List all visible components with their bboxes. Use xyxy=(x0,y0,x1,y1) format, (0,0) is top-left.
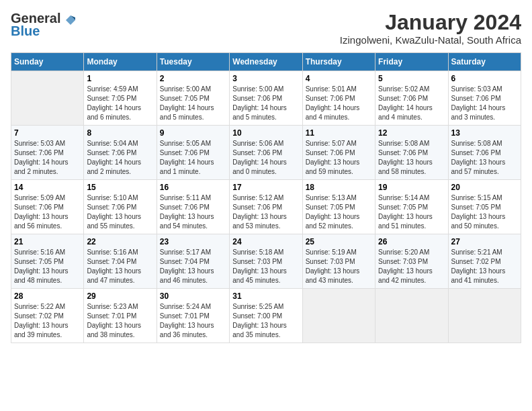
day-number: 7 xyxy=(14,128,81,138)
day-number: 31 xyxy=(232,291,299,301)
day-number: 21 xyxy=(14,237,81,246)
calendar-cell: 13Sunrise: 5:08 AMSunset: 7:06 PMDayligh… xyxy=(448,126,521,180)
logo-general: General xyxy=(11,11,60,26)
day-number: 29 xyxy=(87,291,153,301)
day-info: Sunrise: 5:04 AMSunset: 7:06 PMDaylight:… xyxy=(87,139,153,177)
day-number: 22 xyxy=(87,237,153,246)
day-header-wednesday: Wednesday xyxy=(230,53,302,71)
day-number: 3 xyxy=(232,74,299,83)
day-number: 10 xyxy=(232,128,299,138)
day-number: 27 xyxy=(451,237,518,246)
calendar-cell: 27Sunrise: 5:21 AMSunset: 7:02 PMDayligh… xyxy=(448,234,521,289)
day-number: 19 xyxy=(378,183,445,192)
month-title: January 2024 xyxy=(340,11,521,34)
svg-marker-0 xyxy=(66,15,75,25)
calendar-cell: 6Sunrise: 5:03 AMSunset: 7:06 PMDaylight… xyxy=(448,71,521,126)
calendar-cell: 9Sunrise: 5:05 AMSunset: 7:06 PMDaylight… xyxy=(157,126,229,180)
day-number: 26 xyxy=(378,237,445,246)
calendar-cell: 16Sunrise: 5:11 AMSunset: 7:06 PMDayligh… xyxy=(157,180,229,234)
calendar-cell: 20Sunrise: 5:15 AMSunset: 7:05 PMDayligh… xyxy=(448,180,521,234)
day-info: Sunrise: 5:16 AMSunset: 7:05 PMDaylight:… xyxy=(14,248,81,285)
day-number: 20 xyxy=(451,183,518,192)
calendar-cell: 29Sunrise: 5:23 AMSunset: 7:01 PMDayligh… xyxy=(84,289,157,343)
calendar-cell: 26Sunrise: 5:20 AMSunset: 7:03 PMDayligh… xyxy=(375,234,448,289)
calendar-cell xyxy=(448,289,521,343)
calendar-cell: 15Sunrise: 5:10 AMSunset: 7:06 PMDayligh… xyxy=(84,180,157,234)
day-info: Sunrise: 5:18 AMSunset: 7:03 PMDaylight:… xyxy=(232,248,299,285)
day-number: 14 xyxy=(14,183,81,192)
day-info: Sunrise: 5:08 AMSunset: 7:06 PMDaylight:… xyxy=(378,139,445,177)
logo: General Blue xyxy=(11,11,77,39)
calendar-cell xyxy=(11,71,84,126)
day-info: Sunrise: 5:05 AMSunset: 7:06 PMDaylight:… xyxy=(160,139,226,177)
day-info: Sunrise: 5:10 AMSunset: 7:06 PMDaylight:… xyxy=(87,193,153,231)
day-number: 15 xyxy=(87,183,153,192)
day-header-monday: Monday xyxy=(84,53,157,71)
calendar-cell: 2Sunrise: 5:00 AMSunset: 7:05 PMDaylight… xyxy=(157,71,229,126)
day-number: 12 xyxy=(378,128,445,138)
title-area: January 2024 Izingolweni, KwaZulu-Natal,… xyxy=(340,11,521,46)
day-info: Sunrise: 5:00 AMSunset: 7:05 PMDaylight:… xyxy=(160,85,226,122)
day-info: Sunrise: 5:13 AMSunset: 7:05 PMDaylight:… xyxy=(306,193,372,231)
day-info: Sunrise: 5:20 AMSunset: 7:03 PMDaylight:… xyxy=(378,248,445,285)
day-number: 23 xyxy=(160,237,226,246)
day-header-friday: Friday xyxy=(375,53,448,71)
calendar-cell: 21Sunrise: 5:16 AMSunset: 7:05 PMDayligh… xyxy=(11,234,84,289)
calendar-cell: 31Sunrise: 5:25 AMSunset: 7:00 PMDayligh… xyxy=(230,289,302,343)
calendar-cell: 8Sunrise: 5:04 AMSunset: 7:06 PMDaylight… xyxy=(84,126,157,180)
day-info: Sunrise: 5:03 AMSunset: 7:06 PMDaylight:… xyxy=(451,85,518,122)
day-info: Sunrise: 5:03 AMSunset: 7:06 PMDaylight:… xyxy=(14,139,81,177)
calendar-cell: 5Sunrise: 5:02 AMSunset: 7:06 PMDaylight… xyxy=(375,71,448,126)
day-header-sunday: Sunday xyxy=(11,53,84,71)
calendar-cell: 1Sunrise: 4:59 AMSunset: 7:05 PMDaylight… xyxy=(84,71,157,126)
day-number: 18 xyxy=(306,183,372,192)
calendar-cell: 18Sunrise: 5:13 AMSunset: 7:05 PMDayligh… xyxy=(302,180,375,234)
calendar-cell: 4Sunrise: 5:01 AMSunset: 7:06 PMDaylight… xyxy=(302,71,375,126)
day-info: Sunrise: 5:21 AMSunset: 7:02 PMDaylight:… xyxy=(451,248,518,285)
day-number: 6 xyxy=(451,74,518,83)
day-info: Sunrise: 5:11 AMSunset: 7:06 PMDaylight:… xyxy=(160,193,226,231)
day-header-saturday: Saturday xyxy=(448,53,521,71)
calendar-cell xyxy=(375,289,448,343)
calendar-cell: 19Sunrise: 5:14 AMSunset: 7:05 PMDayligh… xyxy=(375,180,448,234)
day-number: 13 xyxy=(451,128,518,138)
calendar-cell: 30Sunrise: 5:24 AMSunset: 7:01 PMDayligh… xyxy=(157,289,229,343)
day-info: Sunrise: 5:15 AMSunset: 7:05 PMDaylight:… xyxy=(451,193,518,231)
day-number: 4 xyxy=(306,74,372,83)
calendar-cell: 3Sunrise: 5:00 AMSunset: 7:06 PMDaylight… xyxy=(230,71,302,126)
day-info: Sunrise: 5:08 AMSunset: 7:06 PMDaylight:… xyxy=(451,139,518,177)
day-number: 2 xyxy=(160,74,226,83)
calendar-cell: 17Sunrise: 5:12 AMSunset: 7:06 PMDayligh… xyxy=(230,180,302,234)
day-info: Sunrise: 5:14 AMSunset: 7:05 PMDaylight:… xyxy=(378,193,445,231)
day-info: Sunrise: 5:23 AMSunset: 7:01 PMDaylight:… xyxy=(87,302,153,340)
day-info: Sunrise: 5:25 AMSunset: 7:00 PMDaylight:… xyxy=(232,302,299,340)
calendar-cell: 22Sunrise: 5:16 AMSunset: 7:04 PMDayligh… xyxy=(84,234,157,289)
day-number: 24 xyxy=(232,237,299,246)
calendar-cell: 7Sunrise: 5:03 AMSunset: 7:06 PMDaylight… xyxy=(11,126,84,180)
day-info: Sunrise: 5:22 AMSunset: 7:02 PMDaylight:… xyxy=(14,302,81,340)
day-info: Sunrise: 5:16 AMSunset: 7:04 PMDaylight:… xyxy=(87,248,153,285)
calendar-cell: 10Sunrise: 5:06 AMSunset: 7:06 PMDayligh… xyxy=(230,126,302,180)
day-number: 5 xyxy=(378,74,445,83)
header: General Blue January 2024 Izingolweni, K… xyxy=(11,11,521,46)
day-number: 8 xyxy=(87,128,153,138)
day-number: 25 xyxy=(306,237,372,246)
calendar-cell xyxy=(302,289,375,343)
day-info: Sunrise: 4:59 AMSunset: 7:05 PMDaylight:… xyxy=(87,85,153,122)
calendar-cell: 11Sunrise: 5:07 AMSunset: 7:06 PMDayligh… xyxy=(302,126,375,180)
calendar-cell: 12Sunrise: 5:08 AMSunset: 7:06 PMDayligh… xyxy=(375,126,448,180)
day-number: 16 xyxy=(160,183,226,192)
calendar-table: SundayMondayTuesdayWednesdayThursdayFrid… xyxy=(11,52,521,343)
calendar-cell: 23Sunrise: 5:17 AMSunset: 7:04 PMDayligh… xyxy=(157,234,229,289)
day-header-thursday: Thursday xyxy=(302,53,375,71)
day-info: Sunrise: 5:07 AMSunset: 7:06 PMDaylight:… xyxy=(306,139,372,177)
logo-icon xyxy=(64,14,77,26)
day-info: Sunrise: 5:06 AMSunset: 7:06 PMDaylight:… xyxy=(232,139,299,177)
calendar-cell: 24Sunrise: 5:18 AMSunset: 7:03 PMDayligh… xyxy=(230,234,302,289)
day-number: 11 xyxy=(306,128,372,138)
day-info: Sunrise: 5:09 AMSunset: 7:06 PMDaylight:… xyxy=(14,193,81,231)
day-info: Sunrise: 5:12 AMSunset: 7:06 PMDaylight:… xyxy=(232,193,299,231)
day-number: 28 xyxy=(14,291,81,301)
calendar-cell: 14Sunrise: 5:09 AMSunset: 7:06 PMDayligh… xyxy=(11,180,84,234)
calendar-cell: 25Sunrise: 5:19 AMSunset: 7:03 PMDayligh… xyxy=(302,234,375,289)
